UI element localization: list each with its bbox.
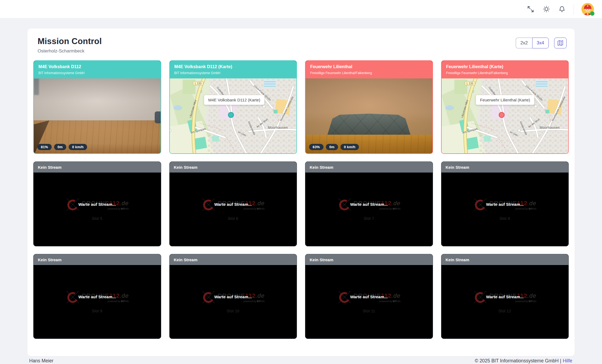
no-stream-header: Kein Stream: [305, 254, 433, 265]
empty-stream-tile[interactable]: Kein Stream Warte auf Stream... DROHNE11…: [169, 161, 297, 246]
no-stream-header: Kein Stream: [34, 254, 161, 265]
video-stream: 81% 0m 0 km/h: [34, 78, 161, 153]
empty-stream-tile[interactable]: Kein Stream Warte auf Stream... DROHNE11…: [169, 254, 297, 339]
no-stream-header: Kein Stream: [170, 162, 297, 173]
user-avatar[interactable]: [581, 3, 594, 15]
mission-control-card: Mission Control Osterholz-Scharmbeck 2x2…: [27, 28, 575, 356]
map-marker[interactable]: [228, 112, 234, 118]
map-marker-tooltip: M4E Volksbank D112 (Karte): [204, 95, 264, 105]
drone-logo-icon: [473, 290, 487, 305]
view-controls: 2x2 3x4: [516, 38, 567, 48]
map-view-button[interactable]: [554, 38, 567, 48]
no-stream-body: Warte auf Stream... DROHNE112.de powered…: [170, 173, 297, 246]
waiting-text: Warte auf Stream...: [214, 294, 252, 299]
drone-logo-icon: [201, 198, 216, 212]
slot-label: Slot 6: [228, 216, 238, 221]
no-stream-body: Warte auf Stream... DROHNE112.de powered…: [441, 173, 569, 246]
online-status-dot: [590, 11, 594, 16]
page-subtitle: Osterholz-Scharmbeck: [38, 48, 102, 54]
waiting-text: Warte auf Stream...: [78, 294, 116, 299]
empty-stream-tile[interactable]: Kein Stream Warte auf Stream... DROHNE11…: [441, 161, 569, 246]
no-stream-header: Kein Stream: [441, 254, 569, 265]
tile-header: Feuerwehr Lilienthal (Karte) Freiwillige…: [442, 61, 568, 78]
watermark: DROHNE112.de powered by BITinfo Slot 6: [170, 173, 297, 246]
footer-copyright: © 2025 BIT Informationssysteme GmbH |: [475, 358, 561, 364]
speed-badge: 0 km/h: [340, 144, 359, 150]
page-title: Mission Control: [38, 37, 102, 46]
tile-subtitle: BIT Informationssysteme GmbH: [174, 71, 292, 75]
no-stream-body: Warte auf Stream... DROHNE112.de powered…: [305, 173, 433, 246]
telemetry-badges: 81% 0m 0 km/h: [37, 144, 87, 150]
map-view[interactable]: L 133 Lilienthaler Allee Am Sportpark Gu…: [442, 78, 568, 153]
slot-label: Slot 8: [500, 216, 510, 221]
help-link[interactable]: Hilfe: [563, 358, 572, 364]
stream-tile-feuerwehr-lilienthal[interactable]: Feuerwehr Lilienthal Freiwillige Feuerwe…: [305, 60, 433, 154]
watermark: DROHNE112.de powered by BITinfo Slot 8: [441, 173, 569, 246]
empty-stream-tile[interactable]: Kein Stream Warte auf Stream... DROHNE11…: [305, 161, 433, 246]
no-stream-header: Kein Stream: [34, 162, 161, 173]
drone-logo-icon: [201, 290, 216, 305]
waiting-text: Warte auf Stream...: [350, 294, 388, 299]
road-shield-label: L 133: [193, 81, 203, 85]
bell-icon[interactable]: [558, 5, 566, 13]
topbar-divider: [574, 4, 574, 15]
drone-logo-icon: [66, 198, 80, 212]
map-view[interactable]: L 133 Lilienthaler Allee Am Sportpark Gu…: [170, 78, 297, 153]
stream-grid: M4E Volksbank D112 BIT Informationssyste…: [33, 60, 569, 339]
tile-title: Feuerwehr Lilienthal: [310, 64, 428, 69]
battery-badge: 81%: [37, 144, 52, 150]
tile-title: M4E Volksbank D112 (Karte): [174, 64, 292, 69]
top-bar: [0, 0, 602, 18]
watermark: DROHNE112.de powered by BITinfo Slot 5: [34, 173, 161, 246]
town-label: Moorhausen: [540, 126, 560, 130]
page-footer: Hans Meier © 2025 BIT Informationssystem…: [27, 356, 575, 364]
no-stream-body: Warte auf Stream... DROHNE112.de powered…: [34, 173, 161, 246]
watermark: DROHNE112.de powered by BITinfo Slot 11: [305, 265, 433, 339]
telemetry-badges: 63% 0m 0 km/h: [309, 144, 359, 150]
drone-logo-icon: [473, 198, 487, 212]
empty-stream-tile[interactable]: Kein Stream Warte auf Stream... DROHNE11…: [33, 254, 161, 339]
map-tile-m4e-volksbank[interactable]: M4E Volksbank D112 (Karte) BIT Informati…: [169, 60, 297, 154]
map-tile-feuerwehr-lilienthal[interactable]: Feuerwehr Lilienthal (Karte) Freiwillige…: [441, 60, 569, 154]
waiting-text: Warte auf Stream...: [486, 294, 524, 299]
speed-badge: 0 km/h: [69, 144, 87, 150]
grid-2x2-button[interactable]: 2x2: [516, 38, 532, 48]
tile-title: Feuerwehr Lilienthal (Karte): [446, 64, 564, 69]
tile-subtitle: BIT Informationssysteme GmbH: [38, 71, 156, 75]
map-marker-tooltip: Feuerwehr Lilienthal (Karte): [476, 95, 534, 105]
empty-stream-tile[interactable]: Kein Stream Warte auf Stream... DROHNE11…: [441, 254, 569, 339]
stream-tile-m4e-volksbank[interactable]: M4E Volksbank D112 BIT Informationssyste…: [33, 60, 161, 154]
drone-logo-icon: [338, 198, 352, 212]
drone-logo-icon: [66, 290, 80, 305]
town-label: Moorhausen: [268, 126, 288, 130]
altitude-badge: 0m: [54, 144, 66, 150]
no-stream-body: Warte auf Stream... DROHNE112.de powered…: [305, 265, 433, 339]
waiting-text: Warte auf Stream...: [78, 202, 116, 206]
page-body: Mission Control Osterholz-Scharmbeck 2x2…: [0, 18, 602, 364]
tile-header: M4E Volksbank D112 (Karte) BIT Informati…: [170, 61, 297, 78]
card-heading: Mission Control Osterholz-Scharmbeck: [38, 37, 102, 54]
waiting-text: Warte auf Stream...: [214, 202, 252, 206]
waiting-text: Warte auf Stream...: [486, 202, 524, 206]
slot-label: Slot 9: [92, 309, 102, 313]
empty-stream-tile[interactable]: Kein Stream Warte auf Stream... DROHNE11…: [33, 161, 161, 246]
altitude-badge: 0m: [326, 144, 338, 150]
watermark: DROHNE112.de powered by BITinfo Slot 9: [34, 265, 161, 339]
sun-icon[interactable]: [542, 5, 550, 13]
tile-header: M4E Volksbank D112 BIT Informationssyste…: [34, 61, 161, 78]
battery-badge: 63%: [309, 144, 323, 150]
no-stream-header: Kein Stream: [305, 162, 433, 173]
empty-stream-tile[interactable]: Kein Stream Warte auf Stream... DROHNE11…: [305, 254, 433, 339]
slot-label: Slot 5: [92, 216, 102, 221]
grid-layout-segmented-control: 2x2 3x4: [516, 38, 549, 48]
grid-3x4-button[interactable]: 3x4: [532, 38, 549, 48]
map-icon: [557, 40, 564, 46]
waiting-text: Warte auf Stream...: [350, 202, 388, 206]
map-marker[interactable]: [499, 112, 505, 118]
no-stream-body: Warte auf Stream... DROHNE112.de powered…: [34, 265, 161, 339]
tile-subtitle: Freiwillige Feuerwehr Lilienthal/Falkenb…: [446, 71, 564, 75]
slot-label: Slot 12: [498, 309, 511, 313]
tile-subtitle: Freiwillige Feuerwehr Lilienthal/Falkenb…: [310, 71, 428, 75]
no-stream-header: Kein Stream: [170, 254, 297, 265]
expand-icon[interactable]: [527, 5, 535, 13]
